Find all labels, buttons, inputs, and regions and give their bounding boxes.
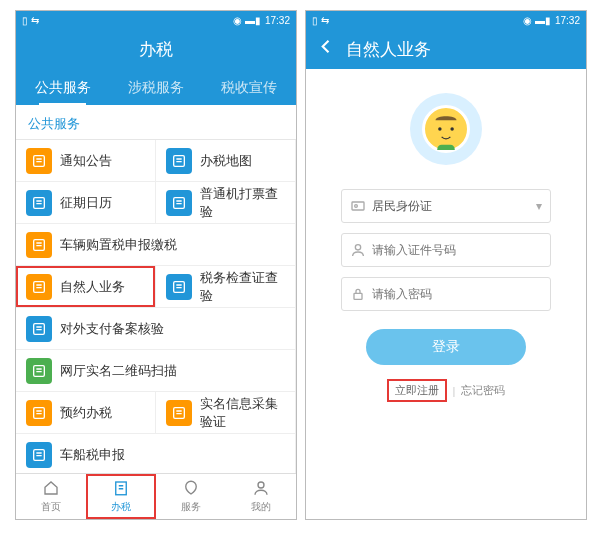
service-icon [26,316,52,342]
back-button[interactable] [316,37,336,62]
service-label: 税务检查证查验 [200,269,285,305]
phone-left: ▯ ⇆ ◉ ▬▮17:32 办税 公共服务涉税服务税收宣传 公共服务 通知公告办… [15,10,297,520]
page-title: 自然人业务 [346,38,431,61]
service-icon [166,190,192,216]
tab-0[interactable]: 公共服务 [16,79,109,105]
service-item-10[interactable]: 实名信息采集验证 [156,392,296,434]
lock-icon [350,286,366,302]
avatar-face-icon [422,105,470,153]
login-button[interactable]: 登录 [366,329,526,365]
nav-label: 服务 [181,500,201,514]
svg-point-15 [450,127,454,131]
nav-label: 我的 [251,500,271,514]
id-card-icon [350,198,366,214]
service-item-1[interactable]: 办税地图 [156,140,296,182]
nav-label: 办税 [111,500,131,514]
id-number-input[interactable] [341,233,551,267]
id-type-select[interactable]: 居民身份证 ▾ [341,189,551,223]
service-item-8[interactable]: 网厅实名二维码扫描 [16,350,296,392]
service-label: 网厅实名二维码扫描 [60,362,177,380]
nav-item-1[interactable]: 办税 [86,474,156,519]
id-number-field[interactable] [372,243,542,257]
battery-icon: ◉ ▬▮ [523,15,551,26]
service-label: 实名信息采集验证 [200,395,285,431]
password-field[interactable] [372,287,542,301]
nav-icon [42,479,60,499]
id-type-value: 居民身份证 [372,198,536,215]
service-label: 通知公告 [60,152,112,170]
service-icon [26,274,52,300]
header: 办税 [16,29,296,69]
page-title: 办税 [139,38,173,61]
nav-item-0[interactable]: 首页 [16,474,86,519]
service-item-6[interactable]: 税务检查证查验 [156,266,296,308]
battery-icon: ◉ ▬▮ [233,15,261,26]
service-item-4[interactable]: 车辆购置税申报缴税 [16,224,296,266]
service-icon [166,274,192,300]
svg-point-13 [258,482,264,488]
signal-icon: ▯ ⇆ [312,15,329,26]
service-label: 普通机打票查验 [200,185,285,221]
service-grid: 通知公告办税地图征期日历普通机打票查验车辆购置税申报缴税自然人业务税务检查证查验… [16,140,296,473]
service-icon [166,148,192,174]
service-item-9[interactable]: 预约办税 [16,392,156,434]
service-label: 车辆购置税申报缴税 [60,236,177,254]
svg-point-19 [355,245,360,250]
login-links: 立即注册 | 忘记密码 [387,379,506,402]
nav-item-2[interactable]: 服务 [156,474,226,519]
forgot-password-link[interactable]: 忘记密码 [461,383,505,398]
service-icon [26,400,52,426]
nav-item-3[interactable]: 我的 [226,474,296,519]
section-title-public: 公共服务 [16,105,296,140]
service-label: 对外支付备案核验 [60,320,164,338]
service-icon [166,400,192,426]
service-icon [26,232,52,258]
phone-right: ▯ ⇆ ◉ ▬▮17:32 自然人业务 居民身份证 ▾ [305,10,587,520]
top-tabs: 公共服务涉税服务税收宣传 [16,69,296,105]
tab-1[interactable]: 涉税服务 [109,79,202,105]
password-input[interactable] [341,277,551,311]
register-link[interactable]: 立即注册 [387,379,447,402]
signal-icon: ▯ ⇆ [22,15,39,26]
service-item-2[interactable]: 征期日历 [16,182,156,224]
service-label: 车船税申报 [60,446,125,464]
avatar [410,93,482,165]
service-icon [26,148,52,174]
service-item-7[interactable]: 对外支付备案核验 [16,308,296,350]
service-label: 办税地图 [200,152,252,170]
service-label: 预约办税 [60,404,112,422]
nav-icon [252,479,270,499]
svg-point-14 [438,127,442,131]
svg-point-18 [355,205,358,208]
header: 自然人业务 [306,29,586,69]
service-item-0[interactable]: 通知公告 [16,140,156,182]
service-item-3[interactable]: 普通机打票查验 [156,182,296,224]
service-icon [26,442,52,468]
nav-label: 首页 [41,500,61,514]
status-time: 17:32 [555,15,580,26]
separator: | [453,385,456,397]
svg-rect-20 [354,293,362,299]
status-bar: ▯ ⇆ ◉ ▬▮17:32 [306,11,586,29]
content-scroll[interactable]: 公共服务 通知公告办税地图征期日历普通机打票查验车辆购置税申报缴税自然人业务税务… [16,105,296,473]
status-bar: ▯ ⇆ ◉ ▬▮17:32 [16,11,296,29]
service-label: 征期日历 [60,194,112,212]
user-icon [350,242,366,258]
service-item-5[interactable]: 自然人业务 [16,266,156,308]
service-icon [26,190,52,216]
chevron-down-icon: ▾ [536,199,542,213]
bottom-nav: 首页办税服务我的 [16,473,296,519]
svg-rect-16 [437,145,455,150]
login-form: 居民身份证 ▾ 登录 立即注册 | 忘记密码 [306,69,586,519]
status-time: 17:32 [265,15,290,26]
service-icon [26,358,52,384]
nav-icon [112,479,130,499]
tab-2[interactable]: 税收宣传 [203,79,296,105]
service-item-11[interactable]: 车船税申报 [16,434,296,473]
service-label: 自然人业务 [60,278,125,296]
nav-icon [182,479,200,499]
